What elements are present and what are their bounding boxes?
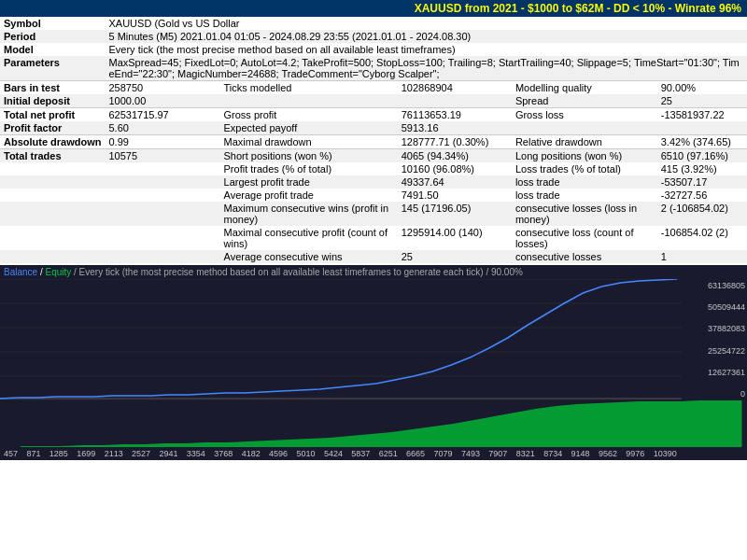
x-label-13: 5837 bbox=[351, 449, 370, 458]
x-label-0: 457 bbox=[4, 449, 18, 458]
x-label-9: 4182 bbox=[242, 449, 261, 458]
equity-chart-svg bbox=[0, 279, 682, 400]
y-axis-bottom: 0 bbox=[684, 389, 745, 399]
short-pos-label: Short positions (won %) bbox=[187, 149, 398, 163]
short-pos-value: 4065 (94.34%) bbox=[398, 149, 497, 163]
period-value: 5 Minutes (M5) 2021.01.04 01:05 - 2024.0… bbox=[106, 30, 748, 43]
chart-y-axis: 63136805 50509444 37882083 25254722 1262… bbox=[682, 279, 747, 400]
ticks-label: Ticks modelled bbox=[187, 81, 398, 95]
long-pos-label: Long positions (won %) bbox=[497, 149, 657, 163]
x-label-15: 6665 bbox=[406, 449, 425, 458]
gross-profit-value: 76113653.19 bbox=[398, 108, 497, 122]
avg-cl-value: 1 bbox=[657, 250, 747, 263]
avg-cw-value: 25 bbox=[398, 250, 497, 263]
bars-value: 258750 bbox=[106, 81, 187, 95]
spread-value: 25 bbox=[657, 94, 747, 108]
loss-trades-label: Loss trades (% of total) bbox=[497, 162, 657, 175]
avg-profit-value: 7491.50 bbox=[398, 189, 497, 202]
max-cl-label: consecutive losses (loss in money) bbox=[497, 202, 657, 226]
x-label-6: 2941 bbox=[159, 449, 177, 458]
ep-label: Expected payoff bbox=[187, 121, 398, 135]
y-axis-1: 50509444 bbox=[684, 302, 745, 312]
info-table: Symbol XAUUSD (Gold vs US Dollar Period … bbox=[0, 17, 747, 263]
x-label-11: 5010 bbox=[296, 449, 315, 458]
y-axis-4: 12627361 bbox=[684, 368, 745, 377]
model-label: Model bbox=[0, 43, 106, 56]
largest-profit-value: 49337.64 bbox=[398, 175, 497, 189]
rel-dd-value: 3.42% (374.65) bbox=[657, 135, 747, 149]
largest-profit-label: Largest profit trade bbox=[187, 175, 398, 189]
avg-cl-label: consecutive losses bbox=[497, 250, 657, 263]
gross-loss-label: Gross loss bbox=[497, 108, 657, 122]
abs-dd-label: Absolute drawdown bbox=[0, 135, 106, 149]
y-axis-3: 25254722 bbox=[684, 346, 745, 356]
x-label-16: 7079 bbox=[434, 449, 453, 458]
x-label-24: 10390 bbox=[654, 449, 677, 458]
max-cpl-label: consecutive loss (count of losses) bbox=[497, 226, 657, 250]
x-label-7: 3354 bbox=[187, 449, 205, 458]
max-cpl-value: -106854.02 (2) bbox=[657, 226, 747, 250]
spread-label: Spread bbox=[497, 94, 657, 108]
largest-loss-label: loss trade bbox=[497, 175, 657, 189]
params-label: Parameters bbox=[0, 56, 106, 81]
net-profit-value: 62531715.97 bbox=[106, 108, 187, 122]
rel-dd-label: Relative drawdown bbox=[497, 135, 657, 149]
x-label-22: 9562 bbox=[599, 449, 617, 458]
avg-loss-label: loss trade bbox=[497, 189, 657, 202]
symbol-label: Symbol bbox=[0, 17, 106, 30]
x-label-2: 1285 bbox=[49, 449, 68, 458]
max-cw-label: Maximum consecutive wins (profit in mone… bbox=[187, 202, 398, 226]
y-axis-top: 63136805 bbox=[684, 281, 745, 290]
bars-label: Bars in test bbox=[0, 81, 106, 95]
y-axis-2: 37882083 bbox=[684, 324, 745, 333]
header-bar: XAUUSD from 2021 - $1000 to $62M - DD < … bbox=[0, 0, 747, 17]
ticks-value: 102868904 bbox=[398, 81, 497, 95]
params-value: MaxSpread=45; FixedLot=0; AutoLot=4.2; T… bbox=[106, 56, 748, 81]
x-label-10: 4596 bbox=[269, 449, 288, 458]
modelling-label: Modelling quality bbox=[497, 81, 657, 95]
profit-trades-value: 10160 (96.08%) bbox=[398, 162, 497, 175]
max-cl-value: 2 (-106854.02) bbox=[657, 202, 747, 226]
avg-loss-value: -32727.56 bbox=[657, 189, 747, 202]
total-trades-label: Total trades bbox=[0, 149, 106, 163]
x-label-21: 9148 bbox=[571, 449, 590, 458]
model-value: Every tick (the most precise method base… bbox=[106, 43, 748, 56]
size-area: Size bbox=[0, 400, 747, 447]
ep-value: 5913.16 bbox=[398, 121, 497, 135]
gross-loss-value: -13581937.22 bbox=[657, 108, 747, 122]
x-label-14: 6251 bbox=[379, 449, 398, 458]
chart-container: Balance / Equity / Every tick (the most … bbox=[0, 265, 747, 460]
period-label: Period bbox=[0, 30, 106, 43]
chart-legend: Balance / Equity / Every tick (the most … bbox=[0, 265, 747, 279]
max-dd-value: 128777.71 (0.30%) bbox=[398, 135, 497, 149]
x-label-12: 5424 bbox=[324, 449, 343, 458]
x-label-8: 3768 bbox=[214, 449, 233, 458]
loss-trades-value: 415 (3.92%) bbox=[657, 162, 747, 175]
max-cp-label: Maximal consecutive profit (count of win… bbox=[187, 226, 398, 250]
x-label-19: 8321 bbox=[516, 449, 535, 458]
x-label-4: 2113 bbox=[105, 449, 123, 458]
symbol-value: XAUUSD (Gold vs US Dollar bbox=[106, 17, 748, 30]
abs-dd-value: 0.99 bbox=[106, 135, 187, 149]
net-profit-label: Total net profit bbox=[0, 108, 106, 122]
gross-profit-label: Gross profit bbox=[187, 108, 398, 122]
pf-value: 5.60 bbox=[106, 121, 187, 135]
x-label-5: 2527 bbox=[132, 449, 150, 458]
x-label-17: 7493 bbox=[461, 449, 480, 458]
max-dd-label: Maximal drawdown bbox=[187, 135, 398, 149]
deposit-value: 1000.00 bbox=[106, 94, 187, 108]
max-cp-value: 1295914.00 (140) bbox=[398, 226, 497, 250]
max-cw-value: 145 (17196.05) bbox=[398, 202, 497, 226]
chart-wrapper: 63136805 50509444 37882083 25254722 1262… bbox=[0, 279, 747, 400]
avg-cw-label: Average consecutive wins bbox=[187, 250, 398, 263]
x-axis: 457 871 1285 1699 2113 2527 2941 3354 37… bbox=[0, 447, 747, 460]
avg-profit-label: Average profit trade bbox=[187, 189, 398, 202]
x-label-23: 9976 bbox=[626, 449, 644, 458]
modelling-value: 90.00% bbox=[657, 81, 747, 95]
x-label-1: 871 bbox=[26, 449, 40, 458]
long-pos-value: 6510 (97.16%) bbox=[657, 149, 747, 163]
x-label-3: 1699 bbox=[77, 449, 95, 458]
total-trades-value: 10575 bbox=[106, 149, 187, 163]
chart-main bbox=[0, 279, 682, 400]
deposit-label: Initial deposit bbox=[0, 94, 106, 108]
